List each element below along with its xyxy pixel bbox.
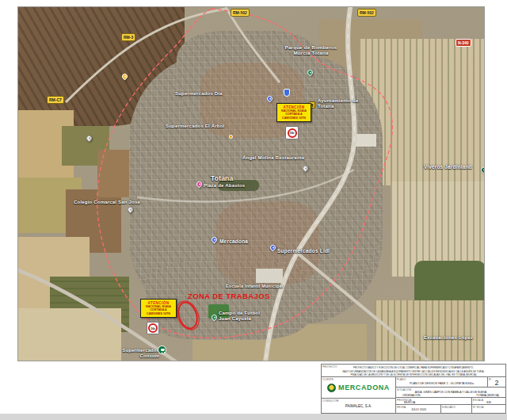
sign-16t-label: 16t: [288, 128, 297, 138]
white-pin-icon: [302, 165, 310, 173]
blue-shield-icon: [284, 89, 290, 97]
dark-pin-icon: [480, 166, 485, 174]
plano-value: PLANO DE DESVÍOS FASE 2 - GLORIETA N340a: [396, 377, 487, 387]
warning-line: CAMIONES 16TN: [143, 312, 174, 316]
label-supermercados-consum: Supermercados Consum: [102, 348, 159, 358]
label-supermercados-dia: Supermercados Día: [175, 91, 223, 97]
hoja-cell: Nº HOJA:: [471, 404, 506, 414]
annotation-layer: Parque de Bomberos Murcia TotanaSupermer…: [18, 7, 485, 361]
warning-box-1: ATENCIÓNNACIONAL N340ACORTADA ACAMIONES …: [276, 103, 311, 122]
blue-pin-icon: [211, 236, 219, 244]
situacion-cell: SITUACIÓN: AVDA. GINÉS CAMPOS CON RAMBLA…: [395, 387, 506, 398]
label-angel-molina: Ángel Molina Restaurante: [242, 155, 304, 161]
road-shield-rm-c7: RM-C7: [47, 96, 64, 104]
blue-pin-icon: [269, 244, 277, 252]
warning-header: ATENCIÓN: [279, 105, 309, 109]
aerial-map: Parque de Bomberos Murcia TotanaSupermer…: [17, 6, 485, 361]
title-block-project-cell: PROYECTO: PROYECTO BÁSICO Y EJECUCIÓN DE…: [321, 364, 506, 377]
plan-page: Parque de Bomberos Murcia TotanaSupermer…: [0, 0, 507, 420]
road-shield-n-340: N-340: [456, 39, 471, 47]
warning-line: CAMIONES 16TN: [279, 116, 309, 120]
client-cell: CLIENTE: MERCADONA: [321, 376, 396, 399]
plan-number-label: Nº: [489, 378, 492, 381]
green-pin-icon: [307, 69, 314, 77]
label-excavaciones-lopez: Excavaciones López: [424, 335, 473, 341]
truck-16t-prohibition-sign: 16t: [285, 126, 299, 139]
project-label: PROYECTO:: [322, 365, 337, 368]
sign-16t-label: 16t: [148, 323, 158, 333]
warning-box-2: ATENCIÓNNACIONAL N340ACORTADA ACAMIONES …: [140, 299, 177, 318]
road-shield-rm-3: RM-3: [121, 33, 135, 41]
label-supermercados-lidl: Supermercados Lidl: [277, 248, 330, 254]
work-zone-label: ZONA DE TRABAJOS: [188, 292, 270, 300]
label-escuela-infantil: Escuela Infantil Municipal: [226, 284, 283, 288]
orange-dot-icon: [229, 135, 233, 139]
hoja-label: Nº HOJA:: [473, 406, 485, 409]
escala-label: ESCALA:: [473, 399, 484, 402]
label-supermercados-el-arbol: Supermercados El Árbol: [166, 124, 224, 129]
dibujado-cell: DIBUJADO:: [440, 404, 473, 414]
label-campo-futbol: Campo de Fútbol Juan Cayuela: [219, 311, 268, 322]
situacion-label: SITUACIÓN:: [397, 388, 412, 391]
yellow-pin-icon: [121, 73, 129, 81]
provincia-label: PROVINCIA:: [397, 399, 412, 402]
road-shield-rm-502: RM-502: [357, 9, 376, 17]
label-plaza-de-abastos: Plaza de Abastos: [204, 183, 245, 189]
plan-number-cell: Nº 2: [487, 376, 506, 388]
label-totana: Totana: [211, 175, 233, 183]
green-pin-icon: [211, 314, 219, 322]
road-shield-rm-502: RM-502: [231, 9, 250, 17]
plano-label: PLANO:: [397, 378, 406, 381]
window-edge: [0, 414, 507, 420]
situacion-right: TOTANA (MURCIA): [476, 394, 499, 397]
cart-pin-icon: [158, 346, 166, 354]
truck-16t-prohibition-sign: 16t: [147, 322, 159, 334]
client-label: CLIENTE:: [322, 378, 334, 381]
fecha-label: FECHA:: [397, 406, 406, 409]
mercadona-logo: [327, 384, 336, 392]
fecha-cell: FECHA: JULIO 2020: [395, 404, 442, 414]
situacion-line1: AVDA. GINÉS CAMPOS CON RAMBLA Y CALLE DE…: [396, 388, 505, 394]
plano-cell: PLANO: PLANO DE DESVÍOS FASE 2 - GLORIET…: [395, 376, 488, 388]
mercadona-wordmark: MERCADONA: [338, 384, 390, 391]
label-mercadona: Mercadona: [219, 239, 248, 244]
consultant-label: CONSULTOR:: [322, 399, 339, 403]
label-viveros-jardinland: Viveros Jardinland: [424, 164, 472, 170]
pink-pin-icon: [196, 181, 204, 189]
white-pin-icon: [86, 135, 93, 143]
white-pin-icon: [127, 206, 135, 214]
title-block: PROYECTO: PROYECTO BÁSICO Y EJECUCIÓN DE…: [321, 364, 505, 412]
dibujado-label: DIBUJADO:: [442, 406, 456, 409]
label-ayuntamiento-totana: Ayuntamiento de Totana: [318, 98, 372, 109]
situacion-left: ORDENACIÓN: [402, 394, 420, 397]
label-colegio-comarcal: Colegio Comarcal San José: [74, 200, 140, 205]
blue-pin-icon: [266, 95, 274, 103]
consultant-cell: CONSULTOR: PAIMALEC, S.A.: [321, 398, 396, 414]
label-parque-bomberos: Parque de Bomberos Murcia Totana: [273, 44, 349, 55]
